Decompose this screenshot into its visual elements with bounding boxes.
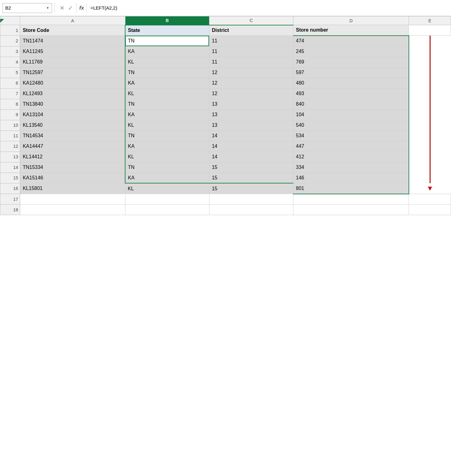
cell-c7[interactable]: 12 xyxy=(209,88,293,99)
cell-b8[interactable]: TN xyxy=(125,99,209,109)
cell-d15[interactable]: 146 xyxy=(293,173,409,183)
name-box-dropdown-icon[interactable]: ▼ xyxy=(46,6,49,10)
cell-a5[interactable]: TN12597 xyxy=(20,67,125,78)
cell-b11[interactable]: TN xyxy=(125,130,209,141)
scroll-indicator-line xyxy=(430,99,431,109)
cell-b3[interactable]: KA xyxy=(125,46,209,57)
cell-d9[interactable]: 104 xyxy=(293,109,409,120)
cell-c17[interactable] xyxy=(209,194,293,205)
cell-b2[interactable]: TN xyxy=(125,36,209,46)
name-box[interactable]: B2 ▼ xyxy=(2,3,52,13)
cell-c11[interactable]: 14 xyxy=(209,130,293,141)
scroll-indicator-line xyxy=(430,152,431,162)
cell-a11[interactable]: TN14534 xyxy=(20,130,125,141)
formula-bar-icons: ✕ ✓ xyxy=(57,5,75,11)
col-header-a[interactable]: A xyxy=(20,16,125,25)
cell-a3[interactable]: KA11245 xyxy=(20,46,125,57)
cell-c16[interactable]: 15 xyxy=(209,183,293,194)
cell-e6 xyxy=(409,78,451,88)
cell-c1[interactable]: District xyxy=(209,25,293,36)
col-header-d[interactable]: D xyxy=(293,16,409,25)
table-row: 9KA13104KA13104 xyxy=(0,109,451,120)
cell-a12[interactable]: KA14447 xyxy=(20,141,125,152)
cell-a10[interactable]: KL13540 xyxy=(20,120,125,130)
cell-d3[interactable]: 245 xyxy=(293,46,409,57)
cell-b17[interactable] xyxy=(125,194,209,205)
table-row: 14TN15334TN15334 xyxy=(0,162,451,173)
cell-d13[interactable]: 412 xyxy=(293,152,409,162)
cell-c9[interactable]: 13 xyxy=(209,109,293,120)
cell-a17[interactable] xyxy=(20,194,125,205)
cell-c10[interactable]: 13 xyxy=(209,120,293,130)
table-row: 2TN11474TN11474 xyxy=(0,36,451,46)
table-row: 4KL11769KL11769 xyxy=(0,57,451,67)
cell-a8[interactable]: TN13840 xyxy=(20,99,125,109)
cell-b5[interactable]: TN xyxy=(125,67,209,78)
cell-a16[interactable]: KL15801 xyxy=(20,183,125,194)
cell-a9[interactable]: KA13104 xyxy=(20,109,125,120)
cell-d1[interactable]: Store number xyxy=(293,25,409,36)
cell-c5[interactable]: 12 xyxy=(209,67,293,78)
cell-b1[interactable]: State xyxy=(125,25,209,36)
cell-c13[interactable]: 14 xyxy=(209,152,293,162)
table-row: 17 xyxy=(0,194,451,205)
cell-b9[interactable]: KA xyxy=(125,109,209,120)
cell-d11[interactable]: 534 xyxy=(293,130,409,141)
cell-e14 xyxy=(409,162,451,173)
cell-e17[interactable] xyxy=(409,194,451,205)
cell-a18[interactable] xyxy=(20,205,125,215)
cell-d10[interactable]: 540 xyxy=(293,120,409,130)
formula-confirm-icon[interactable]: ✓ xyxy=(68,5,73,11)
cell-b18[interactable] xyxy=(125,205,209,215)
cell-a15[interactable]: KA15146 xyxy=(20,173,125,183)
cell-c14[interactable]: 15 xyxy=(209,162,293,173)
cell-a14[interactable]: TN15334 xyxy=(20,162,125,173)
cell-d16[interactable]: 801 xyxy=(293,183,409,194)
formula-cancel-icon[interactable]: ✕ xyxy=(60,5,64,11)
cell-b7[interactable]: KL xyxy=(125,88,209,99)
cell-b4[interactable]: KL xyxy=(125,57,209,67)
cell-d17[interactable] xyxy=(293,194,409,205)
cell-d4[interactable]: 769 xyxy=(293,57,409,67)
cell-b6[interactable]: KA xyxy=(125,78,209,88)
cell-b13[interactable]: KL xyxy=(125,152,209,162)
cell-d18[interactable] xyxy=(293,205,409,215)
cell-c4[interactable]: 11 xyxy=(209,57,293,67)
cell-d8[interactable]: 840 xyxy=(293,99,409,109)
cell-d14[interactable]: 334 xyxy=(293,162,409,173)
cell-c18[interactable] xyxy=(209,205,293,215)
col-header-e[interactable]: E xyxy=(409,16,451,25)
formula-content[interactable]: =LEFT(A2,2) xyxy=(88,3,449,13)
cell-d2[interactable]: 474 xyxy=(293,36,409,46)
cell-d7[interactable]: 493 xyxy=(293,88,409,99)
cell-a4[interactable]: KL11769 xyxy=(20,57,125,67)
cell-b14[interactable]: TN xyxy=(125,162,209,173)
cell-c2[interactable]: 11 xyxy=(209,36,293,46)
cell-e16: ▼ xyxy=(409,183,451,194)
cell-a6[interactable]: KA12480 xyxy=(20,78,125,88)
cell-d6[interactable]: 480 xyxy=(293,78,409,88)
formula-bar: B2 ▼ ✕ ✓ fx =LEFT(A2,2) xyxy=(0,0,451,16)
cell-b16[interactable]: KL xyxy=(125,183,209,194)
cell-a1[interactable]: Store Code xyxy=(20,25,125,36)
cell-b15[interactable]: KA xyxy=(125,173,209,183)
cell-e1 xyxy=(409,25,451,36)
cell-c12[interactable]: 14 xyxy=(209,141,293,152)
cell-d5[interactable]: 597 xyxy=(293,67,409,78)
cell-d12[interactable]: 447 xyxy=(293,141,409,152)
cell-a2[interactable]: TN11474 xyxy=(20,36,125,46)
cell-c15[interactable]: 15 xyxy=(209,173,293,183)
cell-b10[interactable]: KL xyxy=(125,120,209,130)
cell-c6[interactable]: 12 xyxy=(209,78,293,88)
cell-c3[interactable]: 11 xyxy=(209,46,293,57)
scroll-indicator-line xyxy=(430,109,431,120)
cell-e15 xyxy=(409,173,451,183)
col-header-b[interactable]: B xyxy=(125,16,209,25)
cell-e18[interactable] xyxy=(409,205,451,215)
cell-a7[interactable]: KL12493 xyxy=(20,88,125,99)
col-header-c[interactable]: C xyxy=(209,16,293,25)
cell-b12[interactable]: KA xyxy=(125,141,209,152)
scroll-indicator-line xyxy=(430,36,431,46)
cell-a13[interactable]: KL14412 xyxy=(20,152,125,162)
cell-c8[interactable]: 13 xyxy=(209,99,293,109)
